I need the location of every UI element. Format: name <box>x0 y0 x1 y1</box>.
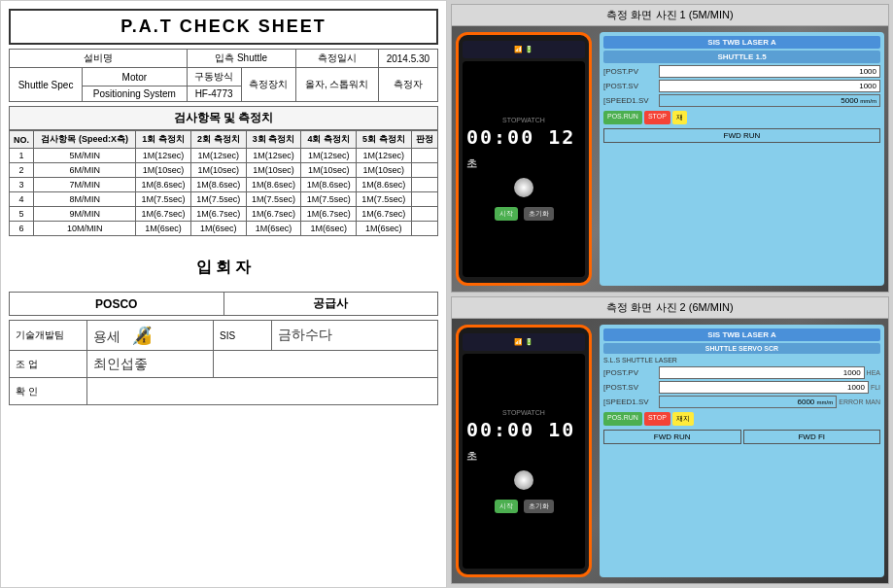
document-title: P.A.T CHECK SHEET <box>9 9 438 45</box>
cell-m1: 1M(7.5sec) <box>136 192 191 207</box>
tech-signature: 용세 <box>93 329 120 344</box>
table-row: 2 6M/MIN 1M(10sec) 1M(10sec) 1M(10sec) 1… <box>10 163 438 178</box>
photo1-screen-label: STOPWATCH <box>502 117 545 123</box>
cell-m5: 1M(6.7sec) <box>357 207 412 222</box>
cell-no: 2 <box>10 163 34 178</box>
cell-speed: 5M/MIN <box>34 149 136 163</box>
phone2-status-bar: 📶 🔋 <box>463 333 585 351</box>
ctrl1-fwd-btn[interactable]: FWD RUN <box>603 128 880 143</box>
photo-section-1: 측정 화면 사진 1 (5M/MIN) 📶 🔋 STOPWATCH 00:00 … <box>451 4 889 293</box>
cell-no: 5 <box>10 207 34 222</box>
cell-result <box>411 192 437 207</box>
cell-m5: 1M(6sec) <box>357 222 412 236</box>
ctrl1-pos-run-btn[interactable]: POS.RUN <box>603 111 642 124</box>
cell-m4: 1M(6sec) <box>301 222 357 236</box>
ctrl2-fwd-btn[interactable]: FWD RUN <box>603 430 741 444</box>
cell-m3: 1M(12sec) <box>246 149 301 163</box>
cell-m3: 1M(6sec) <box>246 222 301 236</box>
signature-table: 기술개발팀 용세 🔏 SIS 금하수다 조 업 최인섭좋 확 인 <box>9 320 438 405</box>
equipment-label: 설비명 <box>10 50 188 68</box>
cell-m4: 1M(7.5sec) <box>301 192 357 207</box>
positioning-label: Positioning System <box>83 86 187 102</box>
photo1-control-panel: SIS TWB LASER A SHUTTLE 1.5 [POST.PV 100… <box>600 32 884 286</box>
stop-button-2 <box>514 470 533 490</box>
ctrl2-btn-row2: FWD RUN FWD FI <box>603 430 880 444</box>
ctrl1-title: SIS TWB LASER A <box>603 36 880 49</box>
cell-m1: 1M(12sec) <box>136 149 191 163</box>
photo1-phone: 📶 🔋 STOPWATCH 00:00 12초 시작 초기화 <box>456 32 592 286</box>
ctrl2-extra2: FLI <box>871 384 880 391</box>
cell-no: 4 <box>10 192 34 207</box>
ctrl1-row2: [POST.SV 1000 <box>603 80 880 92</box>
cell-m5: 1M(10sec) <box>357 163 412 178</box>
phone2-start-btn: 시작 <box>495 500 518 513</box>
photo2-overlay: 📶 🔋 STOPWATCH 00:00 10초 시작 초기화 <box>452 319 888 584</box>
photo-section-2: 측정 화면 사진 2 (6M/MIN) 📶 🔋 STOPWATCH 00:00 … <box>451 296 889 585</box>
ctrl1-row3: [SPEED1.SV 5000 mm/m <box>603 94 880 107</box>
phone-start-btn: 시작 <box>495 207 518 221</box>
cell-m1: 1M(6sec) <box>136 222 191 236</box>
ctrl2-label2: [POST.SV <box>603 383 657 392</box>
cell-speed: 7M/MIN <box>34 178 136 192</box>
table-row: 3 7M/MIN 1M(8.6sec) 1M(8.6sec) 1M(8.6sec… <box>10 178 438 192</box>
approval-table: POSCO 공급사 <box>9 292 438 316</box>
photo1-content: 📶 🔋 STOPWATCH 00:00 12초 시작 초기화 <box>452 26 888 292</box>
ctrl1-re-btn[interactable]: 재 <box>672 111 687 124</box>
ctrl1-val3: 5000 mm/m <box>659 94 880 107</box>
equipment-value: 입측 Shuttle <box>187 50 295 68</box>
ctrl2-stop-btn[interactable]: STOP <box>644 412 670 426</box>
sis-label: SIS <box>214 321 272 351</box>
phone-reset-btn: 초기화 <box>524 207 554 221</box>
cell-result <box>411 207 437 222</box>
cell-result <box>411 222 437 236</box>
operator-label: 조 업 <box>10 351 87 378</box>
cell-m5: 1M(12sec) <box>357 149 412 163</box>
ctrl2-pos-run-btn[interactable]: POS.RUN <box>603 412 642 426</box>
ctrl2-btn-row1: POS.RUN STOP 재지 <box>603 412 880 426</box>
cell-m3: 1M(10sec) <box>246 163 301 178</box>
cell-m5: 1M(7.5sec) <box>357 192 412 207</box>
ctrl1-row1: [POST.PV 1000 <box>603 65 880 78</box>
col-meas5: 5회 측정치 <box>357 131 412 149</box>
col-meas4: 4회 측정치 <box>301 131 357 149</box>
col-no: NO. <box>10 131 34 149</box>
tech-label: 기술개발팀 <box>10 321 87 351</box>
ctrl2-row2: [POST.SV 1000 FLI <box>603 381 880 394</box>
sis-signature: 금하수다 <box>278 328 332 342</box>
ctrl2-row3: [SPEED1.SV 6000 mm/m ERROR MAN <box>603 396 880 408</box>
photo2-control-panel: SIS TWB LASER A SHUTTLE SERVO SCR S.L.S … <box>600 325 884 578</box>
cell-m2: 1M(8.6sec) <box>190 178 246 192</box>
col-remark: 판정 <box>411 131 437 149</box>
photo1-screen: STOPWATCH 00:00 12초 시작 초기화 <box>463 61 585 277</box>
ctrl1-val2: 1000 <box>659 80 880 92</box>
table-row: 4 8M/MIN 1M(7.5sec) 1M(7.5sec) 1M(7.5sec… <box>10 192 438 207</box>
ctrl2-fwd-fi-btn[interactable]: FWD FI <box>743 430 881 444</box>
cell-m2: 1M(12sec) <box>190 149 246 163</box>
ctrl2-re-btn[interactable]: 재지 <box>672 412 694 426</box>
photo1-timer-unit: 초 <box>466 157 479 170</box>
cell-result <box>411 163 437 178</box>
cell-speed: 6M/MIN <box>34 163 136 178</box>
cell-m3: 1M(7.5sec) <box>246 192 301 207</box>
phone-action-btns: 시작 초기화 <box>495 207 554 221</box>
table-row: 1 5M/MIN 1M(12sec) 1M(12sec) 1M(12sec) 1… <box>10 149 438 163</box>
motor-label: Motor <box>83 68 187 86</box>
measure-date-value: 2014.5.30 <box>378 50 437 68</box>
col-meas3: 3회 측정치 <box>246 131 301 149</box>
measure-date-label: 측정일시 <box>295 50 378 68</box>
cell-speed: 9M/MIN <box>34 207 136 222</box>
phone-status-bar: 📶 🔋 <box>463 41 585 58</box>
ctrl1-label2: [POST.SV <box>603 82 657 90</box>
ctrl1-label3: [SPEED1.SV <box>603 96 657 105</box>
confirm-label: 확 인 <box>10 378 87 405</box>
model-value: HF-4773 <box>187 86 241 102</box>
table-row: 6 10M/MIN 1M(6sec) 1M(6sec) 1M(6sec) 1M(… <box>10 222 438 236</box>
ctrl2-sub2: S.L.S SHUTTLE LASER <box>603 357 880 363</box>
phone2-status-icons: 📶 🔋 <box>514 338 533 346</box>
cell-m5: 1M(8.6sec) <box>357 178 412 192</box>
ctrl1-stop-btn[interactable]: STOP <box>644 111 670 124</box>
measurer-label: 측정자 <box>378 68 437 102</box>
measure-device-label: 측정장치 <box>241 68 295 102</box>
ctrl2-extra3: ERROR MAN <box>839 398 880 405</box>
cell-no: 1 <box>10 149 34 163</box>
